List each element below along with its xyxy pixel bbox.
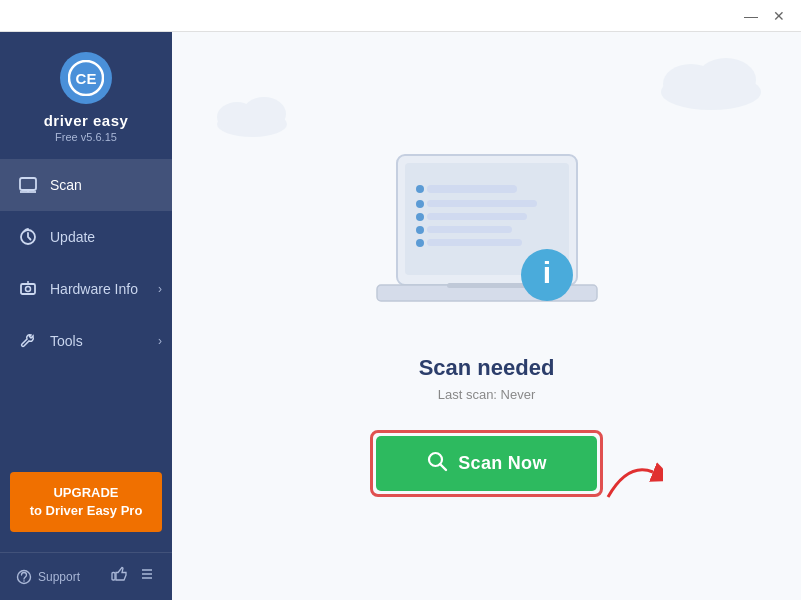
svg-point-20 (242, 97, 286, 131)
support-label: Support (38, 570, 80, 584)
scan-button-border: Scan Now (370, 430, 602, 497)
svg-point-7 (26, 287, 31, 292)
svg-rect-6 (21, 284, 35, 294)
svg-point-29 (416, 200, 424, 208)
svg-rect-24 (427, 200, 537, 207)
svg-rect-26 (427, 226, 512, 233)
scan-label: Scan (50, 177, 82, 193)
sidebar-logo: CE driver easy Free v5.6.15 (0, 32, 172, 159)
close-button[interactable]: ✕ (765, 2, 793, 30)
svg-rect-23 (427, 185, 517, 193)
hardware-info-arrow: › (158, 282, 162, 296)
list-icon[interactable] (138, 565, 156, 588)
title-bar: — ✕ (0, 0, 801, 32)
cloud-decoration-right (651, 52, 771, 116)
svg-point-30 (416, 213, 424, 221)
support-link[interactable]: Support (16, 569, 80, 585)
tools-arrow: › (158, 334, 162, 348)
search-icon (426, 450, 448, 477)
update-icon (16, 225, 40, 249)
svg-point-10 (23, 580, 25, 582)
app-name: driver easy (44, 112, 129, 129)
scan-now-label: Scan Now (458, 453, 546, 474)
sidebar-item-tools[interactable]: Tools › (0, 315, 172, 367)
minimize-button[interactable]: — (737, 2, 765, 30)
cloud-decoration-left (212, 92, 292, 141)
footer-icons (110, 565, 156, 588)
last-scan-text: Last scan: Never (438, 387, 536, 402)
svg-rect-34 (447, 283, 527, 288)
hardware-info-icon (16, 277, 40, 301)
svg-rect-2 (20, 178, 36, 190)
svg-rect-11 (112, 573, 115, 581)
tools-icon (16, 329, 40, 353)
thumbs-up-icon[interactable] (110, 565, 128, 588)
nav-menu: Scan Update (0, 159, 172, 462)
svg-rect-27 (427, 239, 522, 246)
svg-point-28 (416, 185, 424, 193)
upgrade-button[interactable]: UPGRADE to Driver Easy Pro (10, 472, 162, 532)
scan-now-button[interactable]: Scan Now (376, 436, 596, 491)
sidebar-item-hardware-info[interactable]: Hardware Info › (0, 263, 172, 315)
laptop-illustration: i (347, 135, 627, 335)
tools-label: Tools (50, 333, 83, 349)
svg-rect-25 (427, 213, 527, 220)
svg-point-17 (696, 58, 756, 102)
scan-button-wrapper: Scan Now (370, 430, 602, 497)
svg-text:i: i (542, 256, 550, 289)
sidebar-item-update[interactable]: Update (0, 211, 172, 263)
update-label: Update (50, 229, 95, 245)
sidebar-footer: Support (0, 552, 172, 600)
hardware-info-label: Hardware Info (50, 281, 138, 297)
arrow-indicator (598, 442, 663, 507)
scan-needed-heading: Scan needed (419, 355, 555, 381)
scan-icon (16, 173, 40, 197)
sidebar-item-scan[interactable]: Scan (0, 159, 172, 211)
svg-point-32 (416, 239, 424, 247)
app-container: CE driver easy Free v5.6.15 Scan (0, 32, 801, 600)
app-version: Free v5.6.15 (55, 131, 117, 143)
main-content: i Scan needed Last scan: Never Scan Now (172, 32, 801, 600)
svg-line-38 (440, 464, 446, 470)
upgrade-line1: UPGRADE (18, 484, 154, 502)
svg-point-31 (416, 226, 424, 234)
app-logo-icon: CE (60, 52, 112, 104)
upgrade-line2: to Driver Easy Pro (18, 502, 154, 520)
svg-text:CE: CE (76, 70, 97, 87)
sidebar: CE driver easy Free v5.6.15 Scan (0, 32, 172, 600)
